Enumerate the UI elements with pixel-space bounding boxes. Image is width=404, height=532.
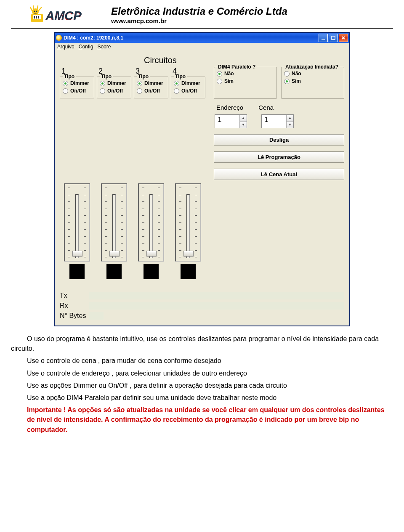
cena-label: Cena (258, 104, 274, 111)
company-logo: AMCP AMCP (11, 4, 108, 25)
slider-thumb[interactable] (183, 251, 194, 257)
svg-point-7 (36, 11, 37, 12)
level-indicator-3 (144, 264, 159, 279)
svg-rect-3 (36, 16, 37, 19)
radio-dimmer-2[interactable]: Dimmer (100, 80, 129, 86)
spinner-down-icon[interactable]: ▼ (239, 121, 247, 128)
para-5: Use a opção DIM4 Paralelo par definir se… (11, 393, 393, 402)
header-divider (11, 28, 393, 29)
endereco-value: 1 (215, 115, 239, 128)
radio-dimmer-4[interactable]: Dimmer (174, 80, 203, 86)
le-programacao-button[interactable]: Lê Programação (214, 151, 344, 163)
rx-field (89, 302, 344, 310)
svg-text:AMCP: AMCP (45, 9, 82, 22)
svg-rect-11 (332, 36, 335, 40)
desliga-button[interactable]: Desliga (214, 134, 344, 146)
paralelo-title: DIM4 Paralelo ? (217, 64, 257, 70)
para-important: Importante ! As opções só são atualizada… (11, 405, 393, 434)
slider-thumb[interactable] (146, 251, 157, 257)
app-screenshot: DIM4 : com2: 19200,n,8,1 Arquivo Config … (11, 32, 393, 326)
le-cena-atual-button[interactable]: Lê Cena Atual (214, 169, 344, 180)
titlebar[interactable]: DIM4 : com2: 19200,n,8,1 (55, 33, 349, 43)
circuit-3: 3 Tipo Dimmer On/Off (134, 67, 168, 98)
tipo-group-3: Tipo Dimmer On/Off (134, 77, 168, 98)
tx-label: Tx (60, 292, 89, 299)
spinner-up-icon[interactable]: ▲ (239, 115, 247, 121)
radio-onoff-1[interactable]: On/Off (63, 88, 92, 94)
company-website: www.amcp.com.br (111, 17, 287, 24)
svg-point-5 (32, 8, 39, 15)
rx-label: Rx (60, 302, 89, 310)
radio-dimmer-1[interactable]: Dimmer (63, 80, 92, 86)
slider-2[interactable] (101, 183, 127, 262)
menu-arquivo[interactable]: Arquivo (57, 44, 74, 50)
paralelo-group: DIM4 Paralelo ? Não Sim (214, 67, 277, 99)
svg-rect-4 (38, 16, 39, 19)
amcp-logo-icon: AMCP AMCP (29, 5, 108, 25)
level-indicator-1 (69, 264, 85, 279)
spinner-down-icon[interactable]: ▼ (286, 121, 293, 128)
app-icon (56, 35, 62, 41)
page-header: AMCP AMCP Eletrônica Industria e Comérci… (11, 4, 393, 27)
slider-1[interactable] (64, 183, 90, 262)
radio-atual-sim[interactable]: Sim (284, 78, 342, 84)
atualizacao-title: Atualização Imediata? (284, 64, 340, 70)
app-window: DIM4 : com2: 19200,n,8,1 Arquivo Config … (54, 32, 350, 326)
radio-atual-nao[interactable]: Não (284, 71, 342, 77)
svg-rect-10 (322, 39, 325, 40)
nbytes-field (89, 312, 104, 320)
window-title: DIM4 : com2: 19200,n,8,1 (64, 35, 123, 41)
tipo-group-2: Tipo Dimmer On/Off (97, 77, 131, 98)
slider-4[interactable] (175, 183, 201, 262)
radio-onoff-2[interactable]: On/Off (100, 88, 129, 94)
para-4: Use as opções Dimmer ou On/Off , para de… (11, 381, 393, 390)
circuit-1: 1 Tipo Dimmer On/Off (60, 67, 94, 98)
radio-paralelo-nao[interactable]: Não (217, 71, 275, 77)
level-indicator-4 (181, 264, 196, 279)
svg-point-6 (34, 11, 35, 12)
tipo-group-4: Tipo Dimmer On/Off (171, 77, 205, 98)
circuit-4: 4 Tipo Dimmer On/Off (171, 67, 205, 98)
radio-onoff-4[interactable]: On/Off (174, 88, 203, 94)
menu-config[interactable]: Config (79, 44, 93, 50)
slider-thumb[interactable] (109, 251, 120, 257)
nbytes-label: N° Bytes (60, 312, 89, 320)
menu-sobre[interactable]: Sobre (97, 44, 111, 50)
para-3: Use o controle de endereço , para celeci… (11, 368, 393, 378)
spinner-up-icon[interactable]: ▲ (286, 115, 293, 121)
level-indicator-2 (106, 264, 122, 279)
para-1: O uso do programa é bastante intuitivo, … (11, 334, 393, 353)
cena-spinner[interactable]: 1 ▲▼ (261, 114, 294, 128)
tipo-group-1: Tipo Dimmer On/Off (60, 77, 94, 98)
para-2: Use o controle de cena , para mudar de c… (11, 356, 393, 365)
endereco-spinner[interactable]: 1 ▲▼ (215, 114, 247, 128)
document-text: O uso do programa é bastante intuitivo, … (11, 334, 393, 434)
slider-thumb[interactable] (72, 251, 82, 257)
radio-dimmer-3[interactable]: Dimmer (137, 80, 166, 86)
cena-value: 1 (262, 115, 286, 128)
radio-paralelo-sim[interactable]: Sim (217, 78, 275, 84)
radio-onoff-3[interactable]: On/Off (137, 88, 166, 94)
tipo-label: Tipo (63, 74, 76, 79)
tx-field (89, 292, 344, 299)
slider-3[interactable] (138, 183, 164, 262)
close-button[interactable] (339, 34, 348, 42)
minimize-button[interactable] (319, 34, 328, 42)
company-name: Eletrônica Industria e Comércio Ltda (111, 5, 287, 17)
atualizacao-group: Atualização Imediata? Não Sim (281, 67, 344, 99)
circuit-2: 2 Tipo Dimmer On/Off (97, 67, 131, 98)
menubar: Arquivo Config Sobre (55, 43, 349, 50)
endereco-label: Endereço (216, 104, 243, 111)
maximize-button[interactable] (329, 34, 338, 42)
svg-rect-2 (34, 16, 35, 19)
